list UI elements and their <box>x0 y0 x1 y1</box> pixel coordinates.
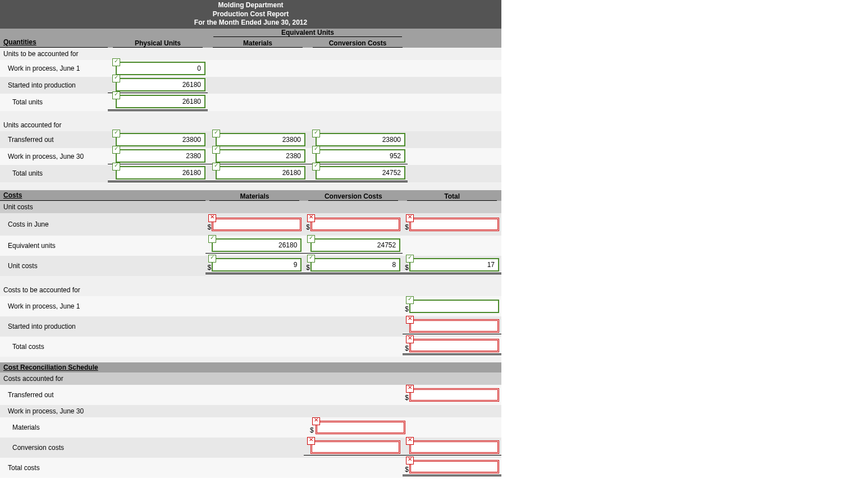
wip30-total2-input[interactable] <box>409 440 499 454</box>
costs-label: Costs <box>0 190 205 201</box>
total-costs2-row: Total costs $ <box>0 458 501 478</box>
total2-mat-input[interactable] <box>216 166 305 180</box>
trans-phys-input[interactable] <box>116 133 205 146</box>
costs-conversion-header: Conversion Costs <box>308 192 398 201</box>
wip30-mat2-input[interactable] <box>316 421 405 434</box>
started-total-input[interactable] <box>409 319 499 333</box>
costs-june-mat-input[interactable] <box>212 218 301 231</box>
transferred-row: Transferred out <box>0 131 501 148</box>
units-af-row: Units accounted for <box>0 119 501 131</box>
started-costs-row: Started into production <box>0 316 501 337</box>
quantities-header: Equivalent Units <box>0 29 501 37</box>
costs-tba-row: Costs to be accounted for <box>0 284 501 296</box>
uc-mat-input[interactable] <box>212 258 301 272</box>
crs-header: Cost Reconciliation Schedule <box>0 362 501 372</box>
report-container: Molding Department Production Cost Repor… <box>0 0 501 478</box>
wip30-row: Work in process, June 30 <box>0 148 501 165</box>
physical-units-header: Physical Units <box>113 39 203 48</box>
report-title: Molding Department Production Cost Repor… <box>0 0 501 29</box>
total2-conv-input[interactable] <box>316 166 405 180</box>
trans-costs-row: Transferred out $ <box>0 385 501 405</box>
conv-costs-row: Conversion costs <box>0 438 501 458</box>
title-l4: For the Month Ended June 30, 2012 <box>0 19 501 27</box>
eq-conv-input[interactable] <box>310 238 400 252</box>
wip30-conv2-input[interactable] <box>310 440 400 454</box>
wip1-costs-row: Work in process, June 1 $ <box>0 296 501 316</box>
wip-jun1-row: Work in process, June 1 <box>0 60 501 77</box>
costs-june-total-input[interactable] <box>409 218 499 231</box>
total-units-row: Total units <box>0 94 501 111</box>
unit-costs-row: Unit costs $ $ $ <box>0 256 501 276</box>
trans-mat-input[interactable] <box>216 133 305 146</box>
total-units-phys-input[interactable] <box>116 95 205 108</box>
title-l3: Production Cost Report <box>0 10 501 19</box>
unit-costs-sec-row: Unit costs <box>0 201 501 213</box>
total-units2-row: Total units <box>0 165 501 182</box>
uc-conv-input[interactable] <box>310 258 400 272</box>
total-header: Total <box>407 192 497 201</box>
trans-total-input[interactable] <box>409 388 499 402</box>
trans-conv-input[interactable] <box>316 133 405 146</box>
quantities-subheader: Quantities Physical Units Materials Conv… <box>0 37 501 48</box>
wip-jun1-phys-input[interactable] <box>116 62 205 75</box>
wip1-total-input[interactable] <box>409 300 499 313</box>
eq-mat-input[interactable] <box>212 238 301 252</box>
wip30-conv-input[interactable] <box>316 149 405 163</box>
costs-june-row: Costs in June $ $ $ <box>0 213 501 236</box>
materials-header: Materials <box>213 39 303 48</box>
wip30-mat-input[interactable] <box>216 149 305 163</box>
started-phys-input[interactable] <box>116 78 205 91</box>
eq-units-row: Equivalent units <box>0 236 501 256</box>
conversion-header: Conversion Costs <box>313 39 403 48</box>
costs-june-conv-input[interactable] <box>310 218 400 231</box>
quantities-label: Quantities <box>0 37 108 48</box>
costs-materials-header: Materials <box>209 192 299 201</box>
tc2-total-input[interactable] <box>409 460 499 473</box>
title-l2: Molding Department <box>0 1 501 10</box>
total2-phys-input[interactable] <box>116 166 205 180</box>
costs-header: Costs Materials Conversion Costs Total <box>0 190 501 201</box>
uc-total-input[interactable] <box>409 258 499 272</box>
started-row: Started into production <box>0 77 501 94</box>
wip30-costs-row: Work in process, June 30 <box>0 405 501 417</box>
equivalent-units-header: Equivalent Units <box>213 29 402 37</box>
costs-af-row: Costs accounted for <box>0 372 501 385</box>
wip30-phys-input[interactable] <box>116 149 205 163</box>
materials-costs-row: Materials $ <box>0 417 501 438</box>
total-costs-row: Total costs $ <box>0 337 501 357</box>
tc-total-input[interactable] <box>409 339 499 352</box>
units-tba-row: Units to be accounted for <box>0 48 501 60</box>
